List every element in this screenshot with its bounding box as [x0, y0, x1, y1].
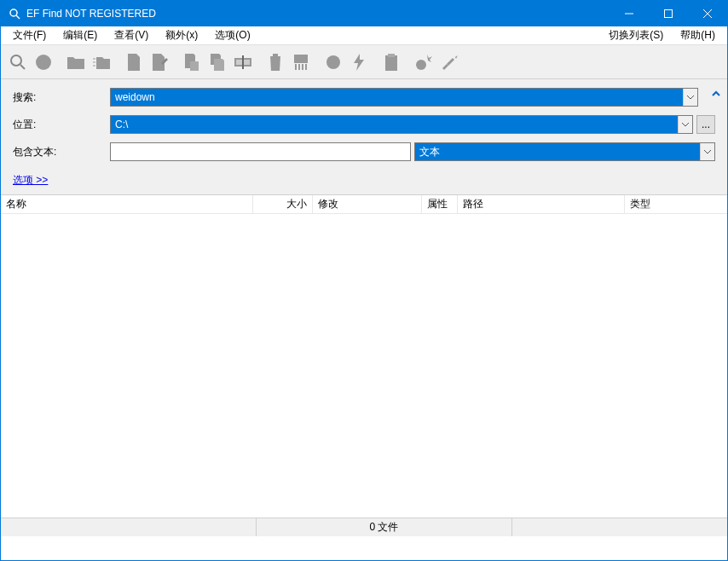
- menu-file[interactable]: 文件(F): [4, 26, 55, 44]
- results-grid: 名称 大小 修改 属性 路径 类型: [1, 195, 727, 518]
- grid-body[interactable]: [1, 214, 727, 518]
- document-edit-icon[interactable]: [147, 50, 171, 74]
- browse-button[interactable]: ...: [696, 115, 715, 134]
- trash-icon[interactable]: [263, 50, 287, 74]
- location-combo[interactable]: C:\: [110, 115, 693, 134]
- contains-combo[interactable]: [110, 142, 411, 161]
- svg-point-24: [416, 60, 426, 70]
- search-icon[interactable]: [6, 50, 30, 74]
- menu-extra[interactable]: 额外(x): [157, 26, 206, 44]
- grid-header: 名称 大小 修改 属性 路径 类型: [1, 195, 727, 214]
- svg-line-7: [20, 65, 25, 69]
- statusbar: 0 文件: [1, 518, 727, 536]
- col-attributes[interactable]: 属性: [422, 195, 458, 213]
- maximize-button[interactable]: [649, 1, 688, 26]
- menu-switchlist[interactable]: 切换列表(S): [600, 26, 672, 44]
- chevron-down-icon[interactable]: [683, 89, 697, 106]
- status-file-count: 0 文件: [257, 518, 512, 536]
- document-icon[interactable]: [122, 50, 146, 74]
- col-type[interactable]: 类型: [625, 195, 727, 213]
- options-link[interactable]: 选项 >>: [13, 173, 48, 188]
- copy-icon[interactable]: [205, 50, 229, 74]
- contains-input[interactable]: [111, 143, 410, 160]
- svg-line-25: [448, 59, 454, 65]
- window-controls: [610, 1, 727, 26]
- status-right: [512, 518, 727, 536]
- folder-lines-icon[interactable]: [90, 50, 113, 74]
- search-panel: 搜索: weidown 位置: C:\ ... 包含文本: 文本 选项 >>: [1, 79, 727, 195]
- svg-rect-22: [385, 55, 397, 71]
- lightning-icon[interactable]: [347, 50, 371, 74]
- toolbar: [1, 45, 727, 79]
- svg-rect-3: [665, 10, 673, 18]
- status-left: [1, 518, 257, 536]
- location-label: 位置:: [13, 118, 107, 132]
- location-input[interactable]: C:\: [111, 116, 678, 133]
- svg-point-6: [11, 55, 21, 66]
- menu-options[interactable]: 选项(O): [206, 26, 258, 44]
- chevron-down-icon[interactable]: [678, 116, 692, 133]
- text-type-combo[interactable]: 文本: [414, 142, 715, 161]
- stop-icon[interactable]: [32, 50, 55, 74]
- contains-label: 包含文本:: [13, 145, 107, 159]
- close-button[interactable]: [688, 1, 727, 26]
- col-name[interactable]: 名称: [1, 195, 253, 213]
- text-type-value[interactable]: 文本: [415, 143, 700, 160]
- col-size[interactable]: 大小: [253, 195, 313, 213]
- collapse-up-icon[interactable]: [708, 86, 724, 101]
- svg-rect-16: [294, 55, 308, 63]
- svg-point-8: [36, 55, 51, 70]
- shred-icon[interactable]: [289, 50, 313, 74]
- app-icon: [8, 7, 21, 20]
- search-combo[interactable]: weidown: [110, 88, 698, 107]
- menu-view[interactable]: 查看(V): [106, 26, 157, 44]
- rename-icon[interactable]: [231, 50, 255, 74]
- clipboard-icon[interactable]: [379, 50, 403, 74]
- search-label: 搜索:: [13, 90, 107, 105]
- sparkle-gear-icon[interactable]: [412, 50, 436, 74]
- circle-icon[interactable]: [321, 50, 345, 74]
- folder-icon[interactable]: [64, 50, 88, 74]
- col-modified[interactable]: 修改: [313, 195, 422, 213]
- search-input[interactable]: weidown: [111, 89, 683, 106]
- menu-help[interactable]: 帮助(H): [672, 26, 724, 44]
- col-path[interactable]: 路径: [458, 195, 625, 213]
- titlebar: EF Find NOT REGISTERED: [1, 1, 727, 26]
- svg-line-1: [16, 15, 20, 19]
- minimize-button[interactable]: [610, 1, 649, 26]
- svg-point-0: [10, 9, 17, 16]
- menubar: 文件(F) 编辑(E) 查看(V) 额外(x) 选项(O) 切换列表(S) 帮助…: [1, 26, 727, 45]
- chevron-down-icon[interactable]: [700, 143, 714, 160]
- svg-point-21: [326, 55, 340, 69]
- menu-edit[interactable]: 编辑(E): [55, 26, 106, 44]
- window-title: EF Find NOT REGISTERED: [26, 8, 610, 20]
- sparkle-brush-icon[interactable]: [437, 50, 461, 74]
- svg-rect-23: [388, 54, 395, 57]
- svg-rect-15: [273, 54, 278, 56]
- cut-icon[interactable]: [180, 50, 204, 74]
